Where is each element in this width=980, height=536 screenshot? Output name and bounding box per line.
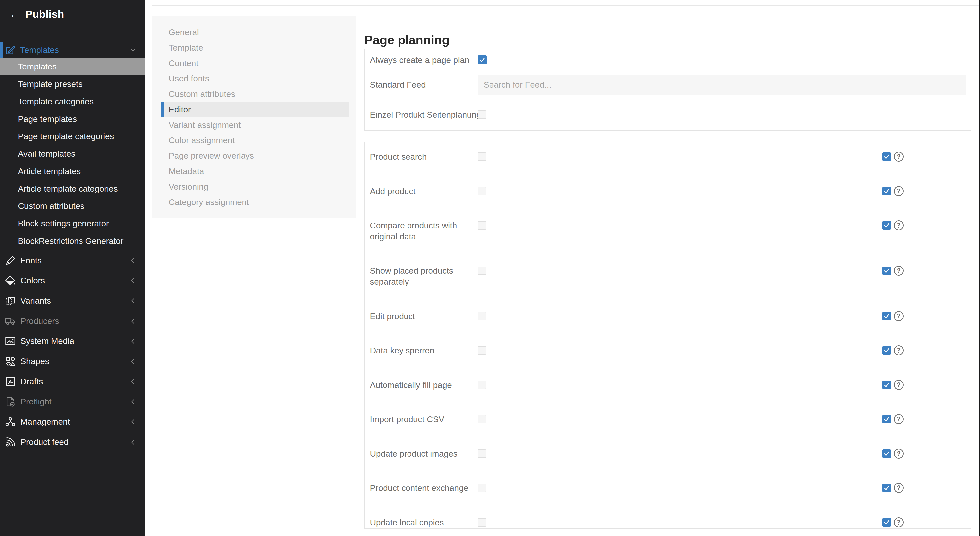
subnav-item-metadata[interactable]: Metadata [152,163,356,179]
show-placed-products-enabled-checkbox[interactable] [882,266,891,275]
sidebar-item-template-categories[interactable]: Template categories [0,93,145,110]
subnav-item-general[interactable]: General [152,24,356,40]
sidebar-item-avail-templates[interactable]: Avail templates [0,145,145,162]
sidebar-section-fonts[interactable]: Fonts [0,250,145,271]
sidebar-sections: Fonts Colors [0,250,145,452]
back-button[interactable]: ← Publish [0,0,145,29]
page-plan-settings-card: Always create a page plan Standard Feed … [364,49,971,130]
help-icon[interactable]: ? [894,220,904,230]
row-right-controls: ? [882,448,904,459]
sidebar-item-templates[interactable]: Templates [0,58,145,75]
einzel-produkt-seitenplanung-checkbox[interactable] [477,110,486,119]
help-icon[interactable]: ? [894,311,904,321]
subnav-item-template[interactable]: Template [152,40,356,55]
sidebar-section-preflight[interactable]: Preflight [0,392,145,412]
sidebar-section-shapes[interactable]: Shapes [0,351,145,371]
setting-row-product-content-exchange: Product content exchange ? [370,482,966,493]
subnav-item-category-assignment[interactable]: Category assignment [152,194,356,210]
sidebar-item-block-settings-generator[interactable]: Block settings generator [0,215,145,232]
setting-label: Edit product [370,311,477,322]
data-key-sperren-enabled-checkbox[interactable] [882,346,891,355]
add-product-enabled-checkbox[interactable] [882,187,891,195]
edit-product-checkbox[interactable] [477,312,486,320]
product-content-exchange-checkbox[interactable] [477,484,486,492]
help-icon[interactable]: ? [894,449,904,458]
image-icon [5,336,16,347]
paint-bucket-icon [5,275,16,286]
row-right-controls: ? [882,482,904,493]
subnav-item-page-preview-overlays[interactable]: Page preview overlays [152,148,356,163]
update-product-images-enabled-checkbox[interactable] [882,449,891,458]
help-icon[interactable]: ? [894,380,904,390]
sidebar-section-label: Variants [21,296,51,306]
sidebar-section-label: Shapes [21,357,49,366]
product-search-enabled-checkbox[interactable] [882,152,891,161]
sidebar-section-product-feed[interactable]: Product feed [0,432,145,452]
help-icon[interactable]: ? [894,152,904,162]
row-right-controls: ? [882,414,904,425]
setting-row-compare-products: Compare products with original data ? [370,220,966,242]
sidebar-section-colors[interactable]: Colors [0,271,145,291]
show-placed-products-checkbox[interactable] [477,266,486,275]
compare-products-enabled-checkbox[interactable] [882,221,891,230]
update-product-images-checkbox[interactable] [477,449,486,458]
sidebar-item-blockrestrictions-generator[interactable]: BlockRestrictions Generator [0,232,145,250]
sidebar-section-variants[interactable]: Variants [0,291,145,311]
help-icon[interactable]: ? [894,346,904,355]
import-product-csv-enabled-checkbox[interactable] [882,415,891,423]
setting-row-always-create-page-plan: Always create a page plan [370,54,966,65]
automatically-fill-page-checkbox[interactable] [477,381,486,389]
sidebar-item-article-template-categories[interactable]: Article template categories [0,180,145,197]
always-create-page-plan-checkbox[interactable] [477,55,487,64]
setting-row-edit-product: Edit product ? [370,311,966,322]
sidebar-section-management[interactable]: Management [0,412,145,432]
setting-label: Automatically fill page [370,379,477,390]
sidebar-item-page-templates[interactable]: Page templates [0,110,145,127]
sidebar-item-article-templates[interactable]: Article templates [0,162,145,180]
subnav-item-versioning[interactable]: Versioning [152,179,356,194]
back-arrow-icon: ← [10,9,20,20]
sidebar-item-template-presets[interactable]: Template presets [0,75,145,93]
product-search-checkbox[interactable] [477,152,486,161]
subnav-item-editor[interactable]: Editor [161,101,350,117]
edit-product-enabled-checkbox[interactable] [882,312,891,320]
help-icon[interactable]: ? [894,414,904,424]
help-icon[interactable]: ? [894,186,904,196]
sidebar-item-page-template-categories[interactable]: Page template categories [0,127,145,145]
update-local-copies-enabled-checkbox[interactable] [882,518,891,526]
sidebar-section-label: Fonts [21,255,41,265]
subnav-item-custom-attributes[interactable]: Custom attributes [152,86,356,101]
setting-row-update-local-copies: Update local copies ? [370,517,966,528]
sidebar-section-templates[interactable]: Templates [0,42,145,58]
row-right-controls: ? [882,220,904,231]
sidebar-section-system-media[interactable]: System Media [0,331,145,351]
subnav-item-content[interactable]: Content [152,55,356,71]
subnav-item-used-fonts[interactable]: Used fonts [152,71,356,86]
row-right-controls: ? [882,517,904,528]
product-content-exchange-enabled-checkbox[interactable] [882,484,891,492]
setting-row-standard-feed: Standard Feed [370,75,966,95]
data-key-sperren-checkbox[interactable] [477,346,486,355]
subnav-item-color-assignment[interactable]: Color assignment [152,133,356,148]
sidebar-item-custom-attributes[interactable]: Custom attributes [0,197,145,215]
automatically-fill-page-enabled-checkbox[interactable] [882,381,891,389]
help-icon[interactable]: ? [894,517,904,527]
sidebar-section-drafts[interactable]: Drafts [0,371,145,392]
compare-products-checkbox[interactable] [477,221,486,230]
subnav-item-variant-assignment[interactable]: Variant assignment [152,117,356,133]
pdf-document-icon [5,376,16,387]
chevron-left-icon [129,277,137,284]
setting-row-show-placed-products: Show placed products separately ? [370,265,966,287]
update-local-copies-checkbox[interactable] [477,518,486,526]
add-product-checkbox[interactable] [477,187,486,195]
row-right-controls: ? [882,151,904,162]
help-icon[interactable]: ? [894,483,904,493]
import-product-csv-checkbox[interactable] [477,415,486,423]
setting-row-import-product-csv: Import product CSV ? [370,414,966,425]
feed-search-input[interactable] [477,75,966,95]
help-icon[interactable]: ? [894,266,904,276]
shapes-icon [5,356,16,367]
setting-label: Import product CSV [370,414,477,425]
row-right-controls: ? [882,311,904,322]
sidebar-section-producers[interactable]: Producers [0,311,145,331]
